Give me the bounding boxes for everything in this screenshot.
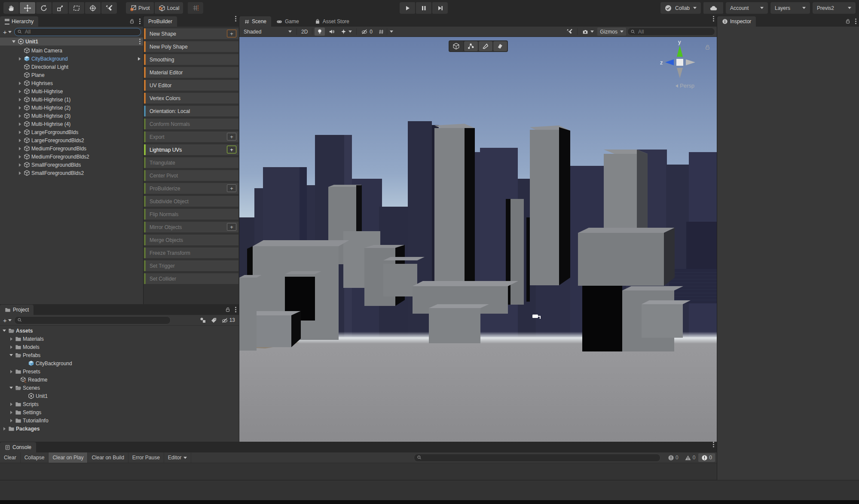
project-item[interactable]: TutorialInfo	[0, 416, 239, 425]
probuilder-action-button[interactable]: Set Trigger +	[144, 260, 238, 271]
expander[interactable]	[17, 57, 22, 61]
scene-viewport[interactable]: y z Persp	[239, 37, 717, 442]
scene-header-row[interactable]: Unit1	[0, 37, 143, 46]
probuilder-action-button[interactable]: Triangulate +	[144, 157, 238, 168]
hierarchy-search-field[interactable]	[14, 28, 141, 36]
expander[interactable]	[17, 114, 22, 118]
hierarchy-item[interactable]: Highrises	[0, 79, 143, 87]
rotate-tool-button[interactable]	[36, 2, 52, 14]
lock-icon[interactable]	[845, 18, 851, 24]
editor-dropdown[interactable]: Editor	[164, 452, 191, 463]
expand-arrow-icon[interactable]	[10, 370, 12, 373]
expand-arrow-icon[interactable]	[19, 147, 21, 150]
expand-arrow-icon[interactable]	[19, 98, 21, 101]
expand-arrow-icon[interactable]	[19, 155, 21, 159]
expand-arrow-icon[interactable]	[12, 40, 15, 43]
collapse-arrow-icon[interactable]	[9, 354, 13, 356]
cloud-button[interactable]	[703, 2, 723, 14]
hierarchy-item[interactable]: SmallForegroundBlds2	[0, 169, 143, 177]
tab-hierarchy[interactable]: Hierarchy	[0, 16, 38, 27]
search-by-label-icon[interactable]	[211, 317, 217, 324]
tab-project[interactable]: Project	[0, 305, 34, 315]
kebab-menu-icon[interactable]	[713, 18, 714, 19]
probuilder-action-button[interactable]: Smoothing +	[144, 54, 238, 65]
account-dropdown[interactable]: Account	[726, 2, 768, 14]
expander[interactable]	[17, 98, 22, 101]
kebab-menu-icon[interactable]	[855, 21, 856, 22]
vertex-mode-button[interactable]	[464, 41, 478, 51]
expand-arrow-icon[interactable]	[19, 139, 21, 142]
expand-arrow-icon[interactable]	[3, 427, 6, 431]
probuilder-action-button[interactable]: New Poly Shape +	[144, 41, 238, 52]
layout-dropdown[interactable]: Previs2	[813, 2, 856, 14]
pivot-toggle-button[interactable]: Pivot	[126, 2, 154, 14]
console-search-input[interactable]	[424, 454, 657, 461]
expander[interactable]	[9, 387, 14, 389]
pause-button[interactable]	[416, 2, 431, 14]
expand-arrow-icon[interactable]	[19, 57, 21, 61]
probuilder-action-button[interactable]: Freeze Transform +	[144, 247, 238, 258]
warning-count-badge[interactable]: 0	[682, 453, 699, 462]
lighting-toggle-button[interactable]	[315, 27, 325, 36]
hierarchy-item[interactable]: Plane	[0, 71, 143, 79]
collapse-arrow-icon[interactable]	[3, 330, 6, 332]
2d-toggle-button[interactable]: 2D	[299, 27, 310, 36]
project-item[interactable]: Assets	[0, 327, 239, 335]
options-plus-button[interactable]: +	[227, 146, 236, 153]
expander[interactable]	[2, 427, 7, 431]
expander[interactable]	[9, 411, 14, 414]
gizmos-dropdown[interactable]: Gizmos	[597, 27, 626, 36]
project-search-input[interactable]	[24, 317, 168, 324]
hierarchy-item[interactable]: SmallForegroundBlds	[0, 161, 143, 169]
hierarchy-item[interactable]: Directional Light	[0, 63, 143, 71]
kebab-menu-icon[interactable]	[235, 18, 236, 19]
probuilder-action-button[interactable]: Merge Objects +	[144, 235, 238, 245]
lock-icon[interactable]	[225, 306, 231, 312]
console-log-area[interactable]	[0, 463, 717, 481]
scene-search-field[interactable]	[627, 27, 715, 36]
error-count-badge[interactable]: 0	[698, 453, 715, 462]
project-search-field[interactable]	[14, 316, 171, 324]
probuilder-action-button[interactable]: Orientation: Local +	[144, 106, 238, 116]
tab-probuilder[interactable]: ProBuilder	[144, 16, 177, 27]
gizmo-lock-icon[interactable]	[704, 44, 711, 50]
project-item[interactable]: Unit1	[0, 392, 239, 400]
probuilder-action-button[interactable]: UV Editor +	[144, 80, 238, 91]
expander[interactable]	[9, 403, 14, 406]
project-item[interactable]: Scripts	[0, 400, 239, 408]
expand-arrow-icon[interactable]	[19, 82, 21, 85]
probuilder-action-button[interactable]: Center Pivot +	[144, 170, 238, 181]
hierarchy-item[interactable]: Multi-Highrise (2)	[0, 104, 143, 112]
project-item[interactable]: Models	[0, 343, 239, 351]
expander[interactable]	[17, 171, 22, 175]
probuilder-action-button[interactable]: Mirror Objects +	[144, 222, 238, 232]
grid-snap-button[interactable]	[188, 2, 203, 14]
probuilder-action-button[interactable]: Flip Normals +	[144, 209, 238, 220]
lock-icon[interactable]	[129, 18, 135, 24]
probuilder-action-button[interactable]: Vertex Colors +	[144, 93, 238, 104]
expander[interactable]	[17, 139, 22, 142]
kebab-menu-icon[interactable]	[139, 41, 141, 42]
hierarchy-item[interactable]: Multi-Highrise (1)	[0, 95, 143, 104]
local-toggle-button[interactable]: Local	[155, 2, 183, 14]
hierarchy-item[interactable]: LargeForgroundBlds	[0, 128, 143, 136]
create-asset-button[interactable]: +	[2, 317, 12, 324]
expander[interactable]	[17, 90, 22, 93]
expander[interactable]	[17, 163, 22, 167]
expander[interactable]	[17, 147, 22, 150]
clear-on-play-button[interactable]: Clear on Play	[49, 452, 88, 463]
expand-arrow-icon[interactable]	[19, 90, 21, 93]
orientation-gizmo[interactable]: y z	[659, 38, 700, 81]
transform-tool-button[interactable]	[85, 2, 101, 14]
project-item[interactable]: Scenes	[0, 384, 239, 392]
effects-dropdown-button[interactable]	[338, 27, 354, 36]
expand-arrow-icon[interactable]	[10, 411, 12, 414]
project-item[interactable]: CityBackground	[0, 359, 239, 367]
probuilder-action-button[interactable]: Export +	[144, 131, 238, 142]
clear-button[interactable]: Clear	[0, 452, 21, 463]
expand-arrow-icon[interactable]	[19, 106, 21, 110]
expander[interactable]	[2, 330, 7, 332]
probuilder-action-button[interactable]: Set Collider +	[144, 273, 238, 284]
hierarchy-search-input[interactable]	[24, 28, 138, 35]
tab-asset-store[interactable]: Asset Store	[310, 16, 354, 27]
